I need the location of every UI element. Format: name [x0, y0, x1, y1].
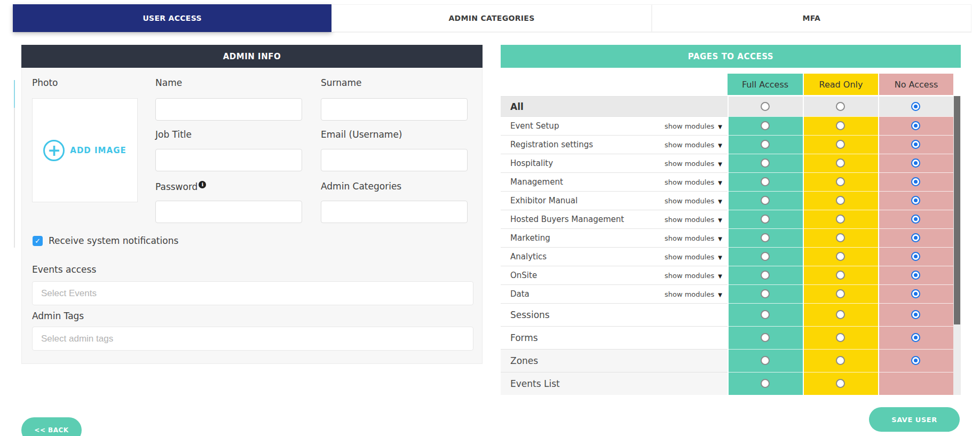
radio-no-access[interactable] [911, 310, 920, 319]
admin-categories-field[interactable] [321, 201, 468, 223]
user-access-page: USER ACCESS ADMIN CATEGORIES MFA ADMIN I… [0, 0, 980, 436]
show-modules-toggle[interactable]: show modules ▼ [665, 216, 722, 224]
tab-mfa[interactable]: MFA [652, 4, 971, 32]
events-access-input[interactable] [32, 281, 473, 305]
radio-full-access[interactable] [761, 196, 770, 205]
row-label-cell: OnSiteshow modules ▼ [501, 266, 728, 284]
access-cell-full-access [728, 96, 803, 116]
add-image-button[interactable]: + ADD IMAGE [32, 98, 138, 202]
admin-tags-input[interactable] [32, 327, 473, 351]
radio-no-access[interactable] [911, 121, 920, 130]
caret-down-icon: ▼ [718, 161, 722, 167]
radio-read-only[interactable] [836, 177, 845, 186]
show-modules-toggle[interactable]: show modules ▼ [665, 234, 722, 242]
radio-full-access[interactable] [761, 271, 770, 280]
row-label: Marketing [510, 233, 550, 243]
name-label: Name [155, 77, 182, 88]
show-modules-toggle[interactable]: show modules ▼ [665, 178, 722, 186]
save-user-button[interactable]: SAVE USER [869, 407, 960, 432]
radio-full-access[interactable] [761, 102, 770, 111]
pages-to-access-title: PAGES TO ACCESS [501, 45, 961, 68]
radio-read-only[interactable] [836, 333, 845, 342]
access-cell-no-access [878, 326, 953, 349]
radio-no-access[interactable] [911, 356, 920, 365]
show-modules-toggle[interactable]: show modules ▼ [665, 272, 722, 280]
table-row: Hospitalityshow modules ▼ [501, 154, 953, 172]
radio-full-access[interactable] [761, 121, 770, 130]
radio-no-access[interactable] [911, 289, 920, 298]
access-cell-read-only [803, 247, 878, 266]
row-label: Hosted Buyers Management [510, 215, 624, 224]
access-cell-read-only [803, 172, 878, 191]
table-scrollbar-thumb[interactable] [954, 96, 960, 324]
password-label: Passwordi [155, 181, 206, 192]
radio-no-access[interactable] [911, 177, 920, 186]
radio-full-access[interactable] [761, 379, 770, 388]
radio-full-access[interactable] [761, 289, 770, 298]
radio-read-only[interactable] [836, 215, 845, 224]
radio-read-only[interactable] [836, 140, 845, 149]
access-cell-full-access [728, 372, 803, 395]
info-icon[interactable]: i [199, 181, 206, 188]
radio-no-access[interactable] [911, 158, 920, 168]
show-modules-toggle[interactable]: show modules ▼ [665, 160, 722, 168]
radio-no-access[interactable] [911, 196, 920, 205]
radio-read-only[interactable] [836, 289, 845, 298]
radio-no-access[interactable] [911, 215, 920, 224]
tab-user-access[interactable]: USER ACCESS [13, 4, 331, 32]
show-modules-toggle[interactable]: show modules ▼ [665, 253, 722, 261]
radio-full-access[interactable] [761, 310, 770, 319]
radio-full-access[interactable] [761, 158, 770, 168]
radio-no-access[interactable] [911, 333, 920, 342]
radio-full-access[interactable] [761, 252, 770, 261]
radio-full-access[interactable] [761, 177, 770, 186]
tab-admin-categories[interactable]: ADMIN CATEGORIES [331, 4, 651, 32]
radio-read-only[interactable] [836, 196, 845, 205]
caret-down-icon: ▼ [718, 273, 722, 279]
radio-read-only[interactable] [836, 158, 845, 168]
password-field[interactable] [155, 201, 302, 223]
radio-full-access[interactable] [761, 356, 770, 365]
surname-label: Surname [321, 77, 361, 88]
access-cell-read-only [803, 116, 878, 135]
row-label: All [510, 101, 524, 112]
show-modules-toggle[interactable]: show modules ▼ [665, 197, 722, 205]
caret-down-icon: ▼ [718, 236, 722, 242]
radio-full-access[interactable] [761, 233, 770, 242]
radio-full-access[interactable] [761, 215, 770, 224]
radio-no-access[interactable] [911, 271, 920, 280]
radio-read-only[interactable] [836, 233, 845, 242]
show-modules-toggle[interactable]: show modules ▼ [665, 141, 722, 149]
row-label: Forms [510, 332, 538, 343]
back-button[interactable]: << BACK [21, 417, 82, 436]
radio-full-access[interactable] [761, 333, 770, 342]
show-modules-toggle[interactable]: show modules ▼ [665, 122, 722, 130]
caret-down-icon: ▼ [718, 292, 722, 298]
radio-read-only[interactable] [836, 356, 845, 365]
radio-no-access[interactable] [911, 252, 920, 261]
left-scrollbar-thumb[interactable] [14, 80, 15, 108]
row-label-cell: Exhibitor Manualshow modules ▼ [501, 191, 728, 210]
radio-read-only[interactable] [836, 121, 845, 130]
email-field[interactable] [321, 149, 468, 171]
radio-no-access[interactable] [911, 102, 920, 111]
radio-read-only[interactable] [836, 379, 845, 388]
admin-info-panel: ADMIN INFO Photo + ADD IMAGE Name Surnam… [21, 45, 483, 364]
caret-down-icon: ▼ [718, 255, 722, 260]
radio-no-access[interactable] [911, 233, 920, 242]
radio-read-only[interactable] [836, 102, 845, 111]
job-title-field[interactable] [155, 149, 302, 171]
show-modules-toggle[interactable]: show modules ▼ [665, 290, 722, 298]
notifications-row: ✓ Receive system notifications [33, 235, 178, 246]
table-scrollbar-track [953, 96, 961, 395]
radio-no-access[interactable] [911, 140, 920, 149]
notifications-checkbox[interactable]: ✓ [33, 236, 43, 246]
access-cell-full-access [728, 154, 803, 172]
radio-read-only[interactable] [836, 252, 845, 261]
access-cell-no-access [878, 210, 953, 228]
name-field[interactable] [155, 98, 302, 121]
radio-read-only[interactable] [836, 271, 845, 280]
radio-read-only[interactable] [836, 310, 845, 319]
surname-field[interactable] [321, 98, 468, 121]
radio-full-access[interactable] [761, 140, 770, 149]
